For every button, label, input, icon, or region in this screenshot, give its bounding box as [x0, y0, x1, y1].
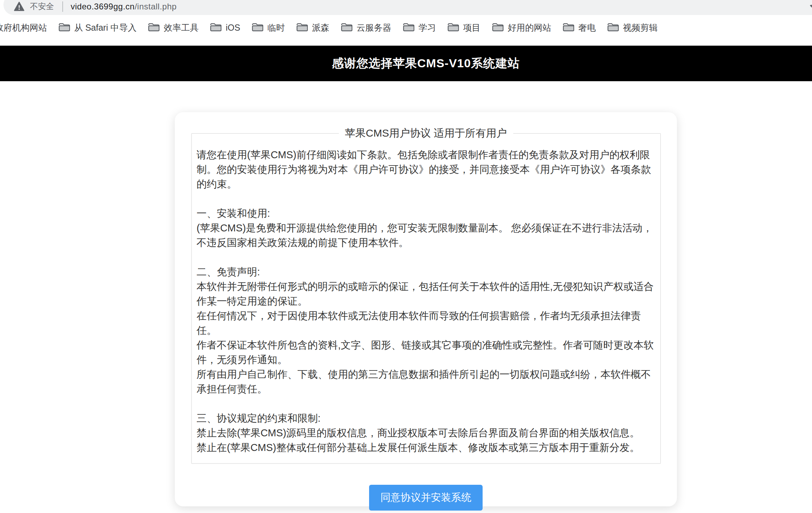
url-path: /install.php [135, 2, 177, 11]
bookmark-label: 临时 [267, 22, 285, 33]
folder-icon [210, 22, 221, 33]
agreement-section: 一、安装和使用:(苹果CMS)是免费和开源提供给您使用的，您可安装无限制数量副本… [197, 206, 655, 250]
agreement-line: 所有由用户自己制作、下载、使用的第三方信息数据和插件所引起的一切版权问题或纠纷，… [197, 367, 655, 396]
agreement-line: 二、免责声明: [197, 265, 655, 279]
bookmarks-bar: 政府机构网站从 Safari 中导入效率工具iOS临时派森云服务器学习项目好用的… [0, 16, 812, 39]
agreement-fieldset: 苹果CMS用户协议 适用于所有用户 请您在使用(苹果CMS)前仔细阅读如下条款。… [191, 126, 661, 464]
bookmark-folder[interactable]: 学习 [403, 22, 436, 33]
url-domain: video.3699gg.cn [71, 2, 135, 11]
bookmark-label: 好用的网站 [508, 22, 551, 33]
folder-icon [492, 22, 503, 33]
address-bar[interactable]: 不安全 video.3699gg.cn/install.php [3, 0, 812, 15]
agreement-line: 禁止去除(苹果CMS)源码里的版权信息，商业授权版本可去除后台界面及前台界面的相… [197, 426, 655, 440]
warning-icon [14, 2, 24, 11]
folder-icon [562, 22, 574, 33]
bookmark-folder[interactable]: 视频剪辑 [607, 22, 658, 33]
bookmark-label: 效率工具 [164, 22, 198, 33]
agreement-section: 请您在使用(苹果CMS)前仔细阅读如下条款。包括免除或者限制作者责任的免责条款及… [197, 147, 655, 191]
bookmark-folder[interactable]: 项目 [447, 22, 481, 33]
url-divider [62, 1, 63, 12]
bookmark-label: 从 Safari 中导入 [74, 22, 136, 33]
bookmark-label: 学习 [419, 22, 436, 33]
agreement-line: 禁止在(苹果CMS)整体或任何部分基础上发展任何派生版本、修改版本或第三方版本用… [197, 440, 655, 455]
bookmark-label: 派森 [312, 22, 329, 33]
agreement-section: 三、协议规定的约束和限制:禁止去除(苹果CMS)源码里的版权信息，商业授权版本可… [197, 411, 655, 455]
agreement-line: 一、安装和使用: [197, 206, 655, 221]
agreement-title: 苹果CMS用户协议 适用于所有用户 [339, 126, 513, 140]
security-label[interactable]: 不安全 [30, 1, 54, 12]
bookmark-label: 项目 [463, 22, 481, 33]
bookmark-folder[interactable]: 好用的网站 [492, 22, 551, 33]
agreement-line: 作者不保证本软件所包含的资料,文字、图形、链接或其它事项的准确性或完整性。作者可… [197, 338, 655, 367]
folder-icon [58, 22, 70, 33]
folder-icon [296, 22, 308, 33]
bookmark-label: iOS [226, 23, 240, 33]
folder-icon [447, 22, 459, 33]
bookmark-folder[interactable]: 临时 [251, 22, 285, 33]
bookmark-label: 奢电 [578, 22, 596, 33]
banner-title: 感谢您选择苹果CMS-V10系统建站 [175, 46, 677, 81]
agreement-line: (苹果CMS)是免费和开源提供给您使用的，您可安装无限制数量副本。 您必须保证在… [197, 221, 655, 250]
agreement-body: 请您在使用(苹果CMS)前仔细阅读如下条款。包括免除或者限制作者责任的免责条款及… [197, 147, 655, 455]
install-button[interactable]: 同意协议并安装系统 [369, 485, 483, 511]
folder-icon [403, 22, 414, 33]
agreement-section: 二、免责声明:本软件并无附带任何形式的明示的或暗示的保证，包括任何关于本软件的适… [197, 265, 655, 396]
bookmark-star-icon[interactable] [809, 0, 812, 14]
folder-icon [251, 22, 263, 33]
bookmark-folder[interactable]: 政府机构网站 [0, 22, 47, 33]
bookmark-folder[interactable]: 奢电 [562, 22, 596, 33]
url-text[interactable]: video.3699gg.cn/install.php [71, 2, 177, 12]
agreement-line: 在任何情况下，对于因使用本软件或无法使用本软件而导致的任何损害赔偿，作者均无须承… [197, 308, 655, 338]
folder-icon [341, 22, 352, 33]
bookmark-label: 视频剪辑 [623, 22, 658, 33]
folder-icon [607, 22, 619, 33]
agreement-card: 苹果CMS用户协议 适用于所有用户 请您在使用(苹果CMS)前仔细阅读如下条款。… [175, 112, 677, 506]
bookmark-label: 云服务器 [357, 22, 391, 33]
agreement-line: 三、协议规定的约束和限制: [197, 411, 655, 426]
bookmark-folder[interactable]: 派森 [296, 22, 329, 33]
bookmark-folder[interactable]: iOS [210, 22, 240, 33]
bookmark-folder[interactable]: 云服务器 [341, 22, 391, 33]
bookmark-folder[interactable]: 效率工具 [148, 22, 198, 33]
bookmark-folder[interactable]: 从 Safari 中导入 [58, 22, 136, 33]
agreement-line: 请您在使用(苹果CMS)前仔细阅读如下条款。包括免除或者限制作者责任的免责条款及… [197, 147, 655, 191]
agreement-line: 本软件并无附带任何形式的明示的或暗示的保证，包括任何关于本软件的适用性,无侵犯知… [197, 279, 655, 308]
install-banner: 感谢您选择苹果CMS-V10系统建站 [0, 46, 812, 81]
bookmark-label: 政府机构网站 [0, 22, 47, 33]
folder-icon [148, 22, 159, 33]
